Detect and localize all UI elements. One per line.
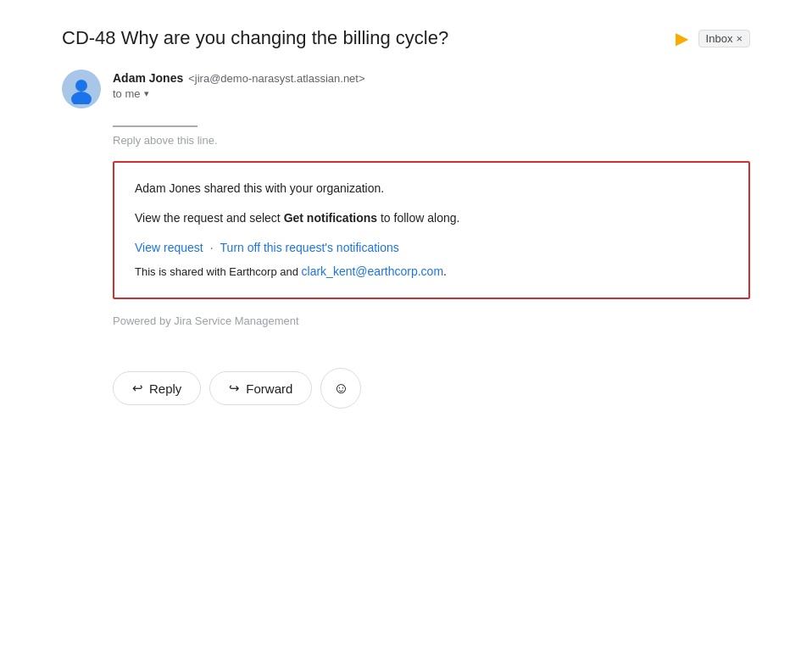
- reply-above-section: Reply above this line.: [113, 125, 750, 147]
- to-me-dropdown[interactable]: to me ▾: [113, 87, 365, 100]
- emoji-icon: ☺: [333, 380, 348, 398]
- to-me-label: to me: [113, 87, 141, 100]
- reply-divider: [113, 125, 197, 127]
- shared-email-link[interactable]: clark_kent@earthcorp.com: [302, 264, 444, 278]
- content-links-row: View request · Turn off this request's n…: [135, 241, 728, 254]
- content-line2-post: to follow along.: [377, 211, 459, 225]
- dot-separator: ·: [210, 241, 214, 254]
- action-buttons-row: ↩ Reply ↪ Forward ☺: [113, 368, 750, 409]
- shared-post: .: [443, 264, 447, 278]
- forward-button[interactable]: ↪ Forward: [209, 371, 312, 405]
- avatar: [62, 70, 101, 108]
- chevron-down-icon: ▾: [144, 88, 149, 99]
- sender-email: <jira@demo-narasyst.atlassian.net>: [188, 72, 364, 85]
- inbox-close-button[interactable]: ×: [736, 32, 742, 45]
- subject-arrow-icon: ▶: [676, 28, 688, 48]
- content-line2-pre: View the request and select: [135, 211, 284, 225]
- view-request-link[interactable]: View request: [135, 241, 203, 254]
- svg-point-1: [75, 80, 87, 92]
- inbox-badge[interactable]: Inbox ×: [698, 30, 750, 47]
- reply-label: Reply: [149, 381, 181, 396]
- content-box: Adam Jones shared this with your organiz…: [113, 161, 750, 299]
- reply-icon: ↩: [132, 381, 143, 396]
- emoji-button[interactable]: ☺: [320, 368, 361, 409]
- turn-off-notifications-link[interactable]: Turn off this request's notifications: [220, 241, 399, 254]
- forward-label: Forward: [246, 381, 292, 396]
- reply-button[interactable]: ↩ Reply: [113, 371, 201, 405]
- email-subject: CD-48 Why are you changing the billing c…: [62, 27, 665, 49]
- content-line2: View the request and select Get notifica…: [135, 209, 728, 227]
- avatar-icon: [66, 74, 97, 104]
- shared-pre: This is shared with Earthcorp and: [135, 265, 302, 278]
- powered-by: Powered by Jira Service Management: [113, 314, 750, 327]
- inbox-label: Inbox: [706, 32, 733, 45]
- forward-icon: ↪: [229, 381, 240, 396]
- reply-above-text: Reply above this line.: [113, 134, 218, 147]
- content-line2-bold: Get notifications: [284, 211, 377, 225]
- shared-with-text: This is shared with Earthcorp and clark_…: [135, 263, 728, 281]
- sender-name: Adam Jones: [113, 71, 183, 85]
- content-line1: Adam Jones shared this with your organiz…: [135, 180, 728, 198]
